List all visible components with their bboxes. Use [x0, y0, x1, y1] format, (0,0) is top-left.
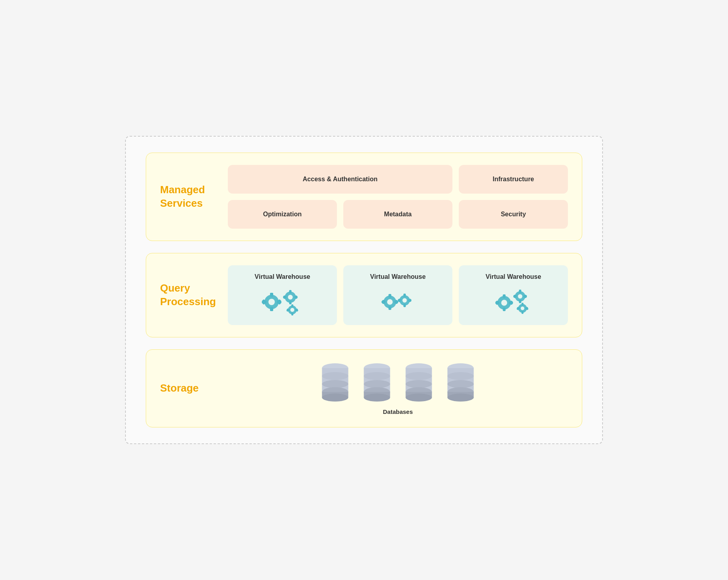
database-icon-4	[446, 362, 476, 404]
gears-icon-2	[376, 285, 420, 317]
svg-point-83	[322, 380, 348, 388]
database-icon-3	[404, 362, 434, 404]
svg-rect-13	[289, 301, 292, 304]
svg-point-1	[268, 299, 275, 305]
svg-rect-73	[522, 311, 524, 314]
svg-rect-12	[289, 290, 292, 293]
main-diagram: Managed Services Access & Authentication…	[125, 136, 603, 444]
svg-point-103	[448, 372, 474, 380]
svg-point-21	[290, 308, 294, 312]
svg-rect-52	[503, 294, 506, 298]
svg-point-86	[322, 394, 348, 402]
gears-icon-3	[491, 285, 535, 317]
gears-icon-1	[260, 285, 304, 317]
svg-rect-32	[389, 294, 391, 298]
managed-services-section: Managed Services Access & Authentication…	[146, 153, 582, 241]
svg-rect-62	[519, 290, 521, 293]
query-processing-section: Query Processing Virtual Warehouse	[146, 253, 582, 337]
database-icon-1	[320, 362, 350, 404]
access-auth-card: Access & Authentication	[228, 165, 452, 194]
svg-point-71	[521, 307, 524, 310]
svg-point-97	[406, 380, 432, 388]
svg-rect-42	[403, 294, 406, 297]
warehouse-card-3: Virtual Warehouse	[459, 265, 568, 325]
svg-rect-63	[519, 300, 521, 303]
managed-services-label: Managed Services	[160, 183, 216, 210]
security-card: Security	[459, 200, 568, 229]
svg-point-61	[518, 294, 523, 299]
storage-section: Storage	[146, 349, 582, 427]
svg-point-90	[364, 380, 390, 388]
db-icons-row	[320, 362, 476, 404]
svg-point-104	[448, 380, 474, 388]
svg-point-89	[364, 372, 390, 380]
svg-point-93	[364, 394, 390, 402]
metadata-card: Metadata	[343, 200, 452, 229]
svg-point-51	[501, 300, 507, 306]
managed-services-cards: Access & Authentication Infrastructure O…	[228, 165, 568, 229]
database-icon-2	[362, 362, 392, 404]
infrastructure-card: Infrastructure	[459, 165, 568, 194]
svg-rect-43	[403, 304, 406, 307]
svg-rect-33	[389, 306, 391, 310]
warehouse-card-1: Virtual Warehouse	[228, 265, 337, 325]
warehouse-cards: Virtual Warehouse	[228, 265, 568, 325]
svg-point-82	[322, 372, 348, 380]
svg-rect-72	[522, 303, 524, 306]
svg-rect-22	[292, 304, 294, 307]
storage-label: Storage	[160, 382, 216, 395]
query-processing-label: Query Processing	[160, 282, 216, 309]
databases-container: Databases	[228, 362, 568, 415]
svg-point-100	[406, 394, 432, 402]
svg-point-11	[288, 295, 293, 300]
svg-point-96	[406, 372, 432, 380]
svg-point-107	[448, 394, 474, 402]
svg-rect-23	[292, 313, 294, 315]
svg-point-41	[403, 298, 407, 303]
svg-rect-3	[270, 307, 273, 311]
warehouse-card-2: Virtual Warehouse	[343, 265, 452, 325]
svg-point-31	[387, 299, 393, 305]
databases-label: Databases	[383, 408, 413, 415]
svg-rect-2	[270, 293, 273, 297]
optimization-card: Optimization	[228, 200, 337, 229]
svg-rect-53	[503, 308, 506, 311]
